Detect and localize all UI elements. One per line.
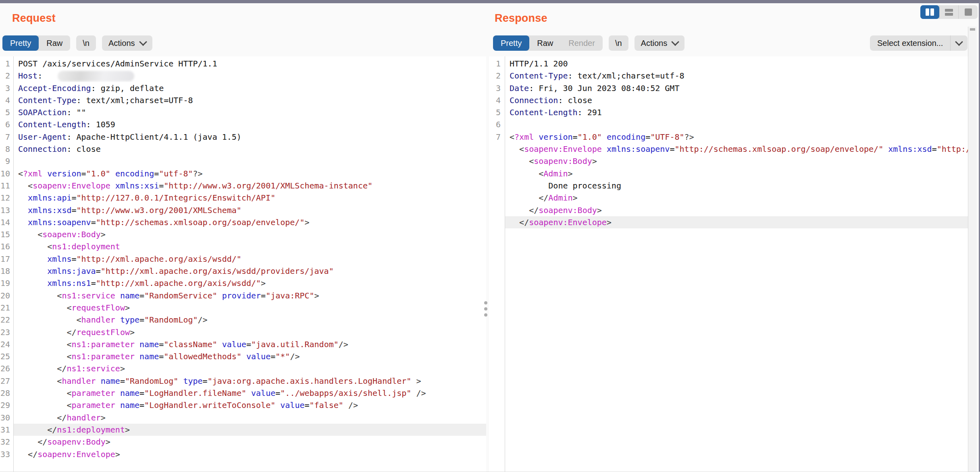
code-line[interactable]: 8Connection: close [0,143,486,155]
line-number [489,168,505,180]
layout-stacked-button[interactable] [939,5,959,19]
select-extension-chevron-button[interactable] [950,35,968,51]
line-number: 14 [0,216,13,228]
code-line[interactable]: 3Accept-Encoding: gzip, deflate [0,82,486,94]
code-text: Content-Type: text/xml;charset=UTF-8 [13,94,486,106]
code-text: Done processing [505,180,968,192]
code-line[interactable]: 19 xmlns:ns1="http://xml.apache.org/axis… [0,277,486,289]
code-line[interactable]: 2Content-Type: text/xml;charset=utf-8 [489,70,968,82]
code-text: xmlns="http://xml.apache.org/axis/wsdd/" [13,253,486,265]
code-text: </ns1:deployment> [13,424,486,436]
code-line[interactable]: 28 <parameter name="LogHandler.fileName"… [0,387,486,399]
code-line[interactable]: 1POST /axis/services/AdminService HTTP/1… [0,58,486,70]
code-line[interactable]: 20 <ns1:service name="RandomService" pro… [0,290,486,302]
code-text: <soapenv:Envelope xmlns:xsi="http://www.… [13,180,486,192]
code-line[interactable]: 26 </ns1:service> [0,362,486,375]
layout-side-by-side-button[interactable] [920,5,939,19]
code-line[interactable]: 7User-Agent: Apache-HttpClient/4.1.1 (ja… [0,131,486,143]
code-line[interactable]: 13 xmlns:xsd="http://www.w3.org/2001/XML… [0,204,486,216]
code-line[interactable]: 24 <ns1:parameter name="className" value… [0,338,486,350]
code-line[interactable]: 27 <handler name="RandomLog" type="java:… [0,375,486,387]
line-number [489,192,505,204]
code-text: </soapenv:Envelope> [505,216,968,228]
line-number: 2 [489,70,505,82]
code-line[interactable]: 23 </requestFlow> [0,326,486,338]
code-line[interactable]: 3Date: Fri, 30 Jun 2023 08:40:52 GMT [489,82,968,94]
code-line[interactable]: 21 <requestFlow> [0,302,486,314]
response-newline-toggle-button[interactable]: \n [609,35,628,51]
code-line[interactable]: 4Connection: close [489,94,968,106]
code-text: SOAPAction: "" [13,106,486,118]
code-line[interactable]: </soapenv:Body> [489,204,968,216]
response-tab-pretty[interactable]: Pretty [493,35,529,51]
line-number: 29 [0,399,13,411]
code-line[interactable]: 25 <ns1:parameter name="allowedMethods" … [0,350,486,362]
request-newline-toggle-button[interactable]: \n [76,35,96,51]
code-line[interactable]: 9 [0,155,486,167]
code-line[interactable]: 5SOAPAction: "" [0,106,486,118]
code-text [505,118,968,130]
code-line[interactable]: 15 <soapenv:Body> [0,228,486,240]
code-text: <Admin> [505,168,968,180]
code-line[interactable]: 1HTTP/1.1 200 [489,58,968,70]
code-text: <parameter name="LogHandler.writeToConso… [13,399,486,411]
response-panel: Response Pretty Raw Render \n Actions 1H… [489,3,968,472]
chevron-down-icon [955,38,963,46]
code-line[interactable]: 17 xmlns="http://xml.apache.org/axis/wsd… [0,253,486,265]
line-number [489,143,505,155]
select-extension-button[interactable]: Select extension... [870,35,950,51]
line-number: 11 [0,180,13,192]
code-line[interactable]: 16 <ns1:deployment [0,240,486,253]
line-number: 31 [0,424,13,436]
code-text: <soapenv:Envelope xmlns:soapenv="http://… [505,143,968,155]
split-columns-icon [926,8,934,16]
code-text: </requestFlow> [13,326,486,338]
code-line[interactable]: 12 xmlns:api="http://127.0.0.1/Integrics… [0,192,486,204]
response-vertical-scrollbar[interactable] [968,27,977,472]
single-pane-icon [965,8,972,16]
code-line[interactable]: 2Host: [0,70,486,82]
code-line[interactable]: 33 </soapenv:Envelope> [0,448,486,460]
code-line[interactable]: 31 </ns1:deployment> [0,424,486,436]
response-actions-button[interactable]: Actions [635,35,685,51]
layout-single-pane-button[interactable] [958,5,978,19]
code-text: Connection: close [13,143,486,155]
code-line[interactable]: 22 <handler type="RandomLog"/> [0,314,486,326]
code-line[interactable]: 4Content-Type: text/xml;charset=UTF-8 [0,94,486,106]
code-text: </soapenv:Envelope> [13,448,486,460]
request-tab-pretty[interactable]: Pretty [2,35,39,51]
code-line[interactable]: </soapenv:Envelope> [489,216,968,228]
request-actions-button[interactable]: Actions [102,35,152,51]
response-scrollbar-thumb[interactable] [970,28,975,31]
code-line[interactable]: </Admin> [489,192,968,204]
code-line[interactable]: 30 </handler> [0,412,486,424]
code-line[interactable]: Done processing [489,180,968,192]
response-gutter-divider [505,56,505,472]
code-line[interactable]: <Admin> [489,168,968,180]
code-line[interactable]: <soapenv:Envelope xmlns:soapenv="http://… [489,143,968,155]
request-tab-raw[interactable]: Raw [39,35,70,51]
request-editor[interactable]: 1POST /axis/services/AdminService HTTP/1… [0,56,486,472]
line-number: 33 [0,448,13,460]
code-text: <ns1:service name="RandomService" provid… [13,290,486,302]
code-line[interactable]: 29 <parameter name="LogHandler.writeToCo… [0,399,486,411]
code-line[interactable]: 18 xmlns:java="http://xml.apache.org/axi… [0,265,486,277]
code-line[interactable]: 5Content-Length: 291 [489,106,968,118]
code-line[interactable]: 6 [489,118,968,130]
request-actions-label: Actions [108,39,135,48]
response-tab-raw[interactable]: Raw [529,35,561,51]
request-panel-title: Request [12,12,56,25]
line-number: 6 [0,118,13,130]
code-line[interactable]: <soapenv:Body> [489,155,968,167]
line-number: 3 [489,82,505,94]
code-line[interactable]: 7<?xml version="1.0" encoding="UTF-8"?> [489,131,968,143]
response-editor[interactable]: 1HTTP/1.1 2002Content-Type: text/xml;cha… [489,56,968,472]
code-line[interactable]: 14 xmlns:soapenv="http://schemas.xmlsoap… [0,216,486,228]
code-text: </ns1:service> [13,362,486,375]
line-number: 12 [0,192,13,204]
panel-splitter-handle[interactable] [484,298,488,319]
code-line[interactable]: 10<?xml version="1.0" encoding="utf-8"?> [0,168,486,180]
code-line[interactable]: 11 <soapenv:Envelope xmlns:xsi="http://w… [0,180,486,192]
code-line[interactable]: 6Content-Length: 1059 [0,118,486,130]
code-line[interactable]: 32 </soapenv:Body> [0,436,486,448]
